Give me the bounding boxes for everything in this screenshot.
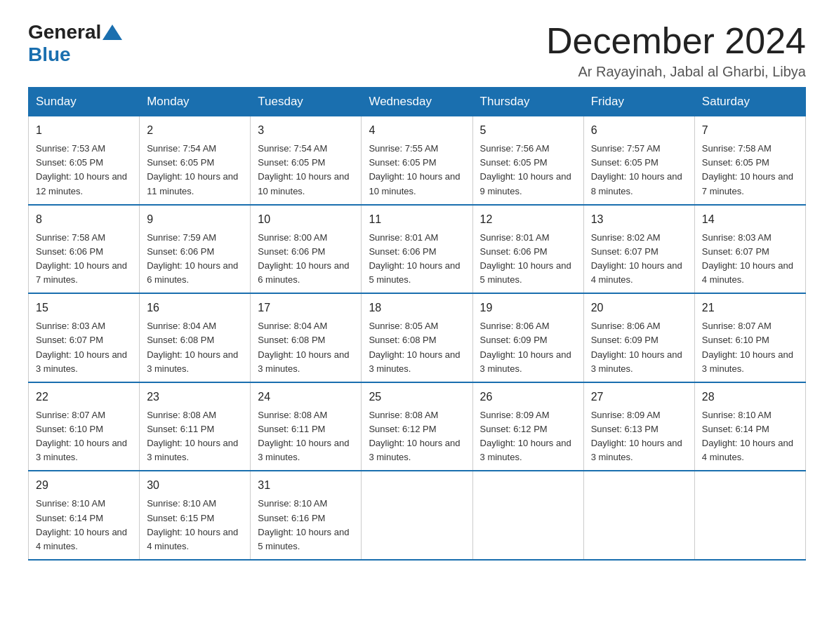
day-info: Sunrise: 8:03 AMSunset: 6:07 PMDaylight:… [702, 232, 793, 285]
day-number: 30 [147, 477, 243, 494]
day-number: 19 [480, 300, 576, 316]
calendar-week-row: 1 Sunrise: 7:53 AMSunset: 6:05 PMDayligh… [29, 116, 806, 205]
logo-general-text: General [28, 21, 101, 43]
calendar-table: SundayMondayTuesdayWednesdayThursdayFrid… [28, 87, 806, 561]
day-number: 9 [147, 211, 243, 228]
day-number: 6 [591, 122, 687, 139]
calendar-cell: 2 Sunrise: 7:54 AMSunset: 6:05 PMDayligh… [140, 116, 251, 205]
day-info: Sunrise: 8:01 AMSunset: 6:06 PMDaylight:… [369, 232, 460, 285]
day-number: 5 [480, 122, 576, 139]
day-info: Sunrise: 8:08 AMSunset: 6:12 PMDaylight:… [369, 410, 460, 462]
day-number: 12 [480, 211, 576, 228]
calendar-cell: 29 Sunrise: 8:10 AMSunset: 6:14 PMDaylig… [29, 471, 140, 560]
day-info: Sunrise: 8:09 AMSunset: 6:13 PMDaylight:… [591, 410, 682, 462]
day-number: 11 [369, 211, 465, 228]
day-number: 17 [258, 300, 354, 316]
calendar-cell [583, 471, 694, 560]
calendar-cell: 15 Sunrise: 8:03 AMSunset: 6:07 PMDaylig… [29, 293, 140, 382]
calendar-cell: 21 Sunrise: 8:07 AMSunset: 6:10 PMDaylig… [694, 293, 805, 382]
day-info: Sunrise: 8:10 AMSunset: 6:14 PMDaylight:… [702, 410, 793, 462]
day-number: 1 [36, 122, 132, 139]
day-number: 20 [591, 300, 687, 316]
calendar-cell: 6 Sunrise: 7:57 AMSunset: 6:05 PMDayligh… [583, 116, 694, 205]
calendar-cell: 4 Sunrise: 7:55 AMSunset: 6:05 PMDayligh… [362, 116, 472, 205]
day-info: Sunrise: 7:54 AMSunset: 6:05 PMDaylight:… [258, 143, 349, 196]
page-header: General Blue December 2024 Ar Rayayinah,… [28, 21, 806, 80]
day-info: Sunrise: 8:00 AMSunset: 6:06 PMDaylight:… [258, 232, 349, 285]
day-number: 10 [258, 211, 354, 228]
day-number: 13 [591, 211, 687, 228]
calendar-cell: 31 Sunrise: 8:10 AMSunset: 6:16 PMDaylig… [251, 471, 362, 560]
day-info: Sunrise: 8:10 AMSunset: 6:16 PMDaylight:… [258, 498, 349, 551]
calendar-cell: 3 Sunrise: 7:54 AMSunset: 6:05 PMDayligh… [251, 116, 362, 205]
day-number: 14 [702, 211, 798, 228]
day-number: 18 [369, 300, 465, 316]
day-info: Sunrise: 8:01 AMSunset: 6:06 PMDaylight:… [480, 232, 571, 285]
calendar-cell: 26 Sunrise: 8:09 AMSunset: 6:12 PMDaylig… [472, 382, 583, 471]
day-info: Sunrise: 8:03 AMSunset: 6:07 PMDaylight:… [36, 321, 127, 373]
calendar-week-row: 29 Sunrise: 8:10 AMSunset: 6:14 PMDaylig… [29, 471, 806, 560]
calendar-cell: 23 Sunrise: 8:08 AMSunset: 6:11 PMDaylig… [140, 382, 251, 471]
day-number: 7 [702, 122, 798, 139]
calendar-header-row: SundayMondayTuesdayWednesdayThursdayFrid… [29, 88, 806, 116]
calendar-cell [362, 471, 472, 560]
calendar-cell: 30 Sunrise: 8:10 AMSunset: 6:15 PMDaylig… [140, 471, 251, 560]
day-number: 31 [258, 477, 354, 494]
calendar-header-tuesday: Tuesday [251, 88, 362, 116]
day-info: Sunrise: 8:09 AMSunset: 6:12 PMDaylight:… [480, 410, 571, 462]
calendar-cell: 17 Sunrise: 8:04 AMSunset: 6:08 PMDaylig… [251, 293, 362, 382]
day-info: Sunrise: 8:04 AMSunset: 6:08 PMDaylight:… [147, 321, 238, 373]
calendar-header-monday: Monday [140, 88, 251, 116]
logo: General Blue [28, 21, 124, 66]
day-number: 28 [702, 389, 798, 405]
day-info: Sunrise: 7:59 AMSunset: 6:06 PMDaylight:… [147, 232, 238, 285]
calendar-cell: 27 Sunrise: 8:09 AMSunset: 6:13 PMDaylig… [583, 382, 694, 471]
calendar-cell: 16 Sunrise: 8:04 AMSunset: 6:08 PMDaylig… [140, 293, 251, 382]
day-number: 8 [36, 211, 132, 228]
day-number: 15 [36, 300, 132, 316]
calendar-cell: 12 Sunrise: 8:01 AMSunset: 6:06 PMDaylig… [472, 205, 583, 294]
day-number: 22 [36, 389, 132, 405]
month-title: December 2024 [546, 21, 806, 61]
calendar-cell: 9 Sunrise: 7:59 AMSunset: 6:06 PMDayligh… [140, 205, 251, 294]
calendar-cell: 14 Sunrise: 8:03 AMSunset: 6:07 PMDaylig… [694, 205, 805, 294]
day-info: Sunrise: 8:06 AMSunset: 6:09 PMDaylight:… [480, 321, 571, 373]
calendar-week-row: 15 Sunrise: 8:03 AMSunset: 6:07 PMDaylig… [29, 293, 806, 382]
day-number: 24 [258, 389, 354, 405]
day-info: Sunrise: 7:58 AMSunset: 6:06 PMDaylight:… [36, 232, 127, 285]
day-info: Sunrise: 7:54 AMSunset: 6:05 PMDaylight:… [147, 143, 238, 196]
calendar-cell: 7 Sunrise: 7:58 AMSunset: 6:05 PMDayligh… [694, 116, 805, 205]
day-number: 29 [36, 477, 132, 494]
day-info: Sunrise: 8:08 AMSunset: 6:11 PMDaylight:… [147, 410, 238, 462]
calendar-header-friday: Friday [583, 88, 694, 116]
day-info: Sunrise: 8:07 AMSunset: 6:10 PMDaylight:… [702, 321, 793, 373]
day-info: Sunrise: 7:55 AMSunset: 6:05 PMDaylight:… [369, 143, 460, 196]
day-info: Sunrise: 7:58 AMSunset: 6:05 PMDaylight:… [702, 143, 793, 196]
calendar-week-row: 22 Sunrise: 8:07 AMSunset: 6:10 PMDaylig… [29, 382, 806, 471]
calendar-cell: 8 Sunrise: 7:58 AMSunset: 6:06 PMDayligh… [29, 205, 140, 294]
day-number: 16 [147, 300, 243, 316]
calendar-cell: 1 Sunrise: 7:53 AMSunset: 6:05 PMDayligh… [29, 116, 140, 205]
day-number: 23 [147, 389, 243, 405]
logo-blue-text: Blue [28, 43, 71, 65]
calendar-cell [694, 471, 805, 560]
day-info: Sunrise: 8:06 AMSunset: 6:09 PMDaylight:… [591, 321, 682, 373]
day-info: Sunrise: 8:08 AMSunset: 6:11 PMDaylight:… [258, 410, 349, 462]
calendar-header-thursday: Thursday [472, 88, 583, 116]
calendar-cell: 18 Sunrise: 8:05 AMSunset: 6:08 PMDaylig… [362, 293, 472, 382]
day-info: Sunrise: 8:04 AMSunset: 6:08 PMDaylight:… [258, 321, 349, 373]
calendar-cell: 11 Sunrise: 8:01 AMSunset: 6:06 PMDaylig… [362, 205, 472, 294]
calendar-cell: 28 Sunrise: 8:10 AMSunset: 6:14 PMDaylig… [694, 382, 805, 471]
day-info: Sunrise: 8:05 AMSunset: 6:08 PMDaylight:… [369, 321, 460, 373]
calendar-cell: 19 Sunrise: 8:06 AMSunset: 6:09 PMDaylig… [472, 293, 583, 382]
location-subtitle: Ar Rayayinah, Jabal al Gharbi, Libya [546, 64, 806, 80]
calendar-week-row: 8 Sunrise: 7:58 AMSunset: 6:06 PMDayligh… [29, 205, 806, 294]
day-number: 27 [591, 389, 687, 405]
calendar-cell: 20 Sunrise: 8:06 AMSunset: 6:09 PMDaylig… [583, 293, 694, 382]
calendar-header-wednesday: Wednesday [362, 88, 472, 116]
calendar-header-sunday: Sunday [29, 88, 140, 116]
calendar-cell: 24 Sunrise: 8:08 AMSunset: 6:11 PMDaylig… [251, 382, 362, 471]
day-number: 2 [147, 122, 243, 139]
calendar-cell [472, 471, 583, 560]
day-info: Sunrise: 7:56 AMSunset: 6:05 PMDaylight:… [480, 143, 571, 196]
